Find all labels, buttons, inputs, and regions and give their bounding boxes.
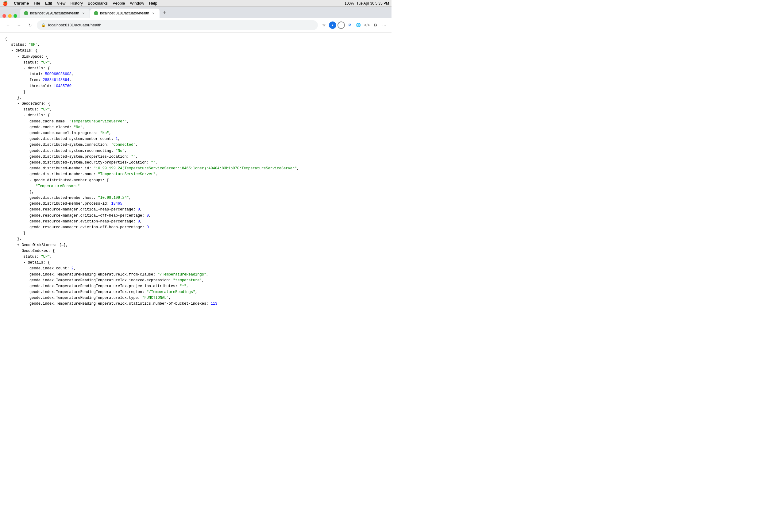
menu-edit[interactable]: Edit [45,1,52,5]
clock: Tue Apr 30 5:35 PM [356,1,389,5]
ext-p-button[interactable]: P [346,22,353,29]
menu-window[interactable]: Window [130,1,144,5]
menu-bookmarks[interactable]: Bookmarks [88,1,108,5]
maximize-button[interactable] [13,14,17,18]
reload-button[interactable]: ↻ [26,21,34,29]
menu-people[interactable]: People [113,1,125,5]
address-bar[interactable]: 🔒 localhost:8181/actuator/health [37,20,318,30]
new-tab-button[interactable]: + [160,8,169,17]
menubar: 🍎 Chrome File Edit View History Bookmark… [0,0,392,7]
menu-chrome[interactable]: Chrome [14,1,29,5]
tab-title-1: localhost:9191/actuator/health [30,11,79,15]
close-button[interactable] [2,14,6,18]
forward-button[interactable]: → [15,21,23,29]
menu-view[interactable]: View [57,1,65,5]
battery-indicator: 100% [345,1,354,5]
tab-close-2[interactable]: ✕ [151,11,156,15]
tab-favicon-2 [94,11,98,15]
tab-title-2: localhost:8181/actuator/health [100,11,149,15]
minimize-button[interactable] [8,14,12,18]
tab-1[interactable]: localhost:9191/actuator/health ✕ [20,8,90,18]
menu-file[interactable]: File [34,1,40,5]
tabbar: localhost:9191/actuator/health ✕ localho… [0,7,392,18]
ext-blue-circle[interactable]: ● [329,22,336,29]
address-text: localhost:8181/actuator/health [48,23,314,27]
ext-menu-button[interactable]: ⋯ [380,22,388,29]
ext-code-button[interactable]: </> [363,22,371,29]
toolbar: ← → ↻ 🔒 localhost:8181/actuator/health ☆… [0,18,392,33]
tab-2[interactable]: localhost:8181/actuator/health ✕ [90,8,160,18]
ext-circle-2[interactable] [338,22,345,29]
traffic-lights [2,14,17,18]
menu-help[interactable]: Help [149,1,157,5]
bookmark-star-button[interactable]: ☆ [320,22,328,29]
apple-menu[interactable]: 🍎 [2,1,8,6]
lock-icon: 🔒 [41,23,46,27]
back-button[interactable]: ← [4,21,12,29]
json-content: {status: "UP",- details: {- diskSpace: {… [0,33,392,311]
tab-close-1[interactable]: ✕ [81,11,86,15]
ext-b-button[interactable]: B [372,22,379,29]
menu-history[interactable]: History [70,1,83,5]
tab-favicon-1 [24,11,28,15]
ext-browser-icon[interactable]: 🌐 [355,22,362,29]
toolbar-right: ☆ ● P 🌐 </> B ⋯ [320,22,388,29]
menubar-right: 100% Tue Apr 30 5:35 PM [345,1,389,5]
